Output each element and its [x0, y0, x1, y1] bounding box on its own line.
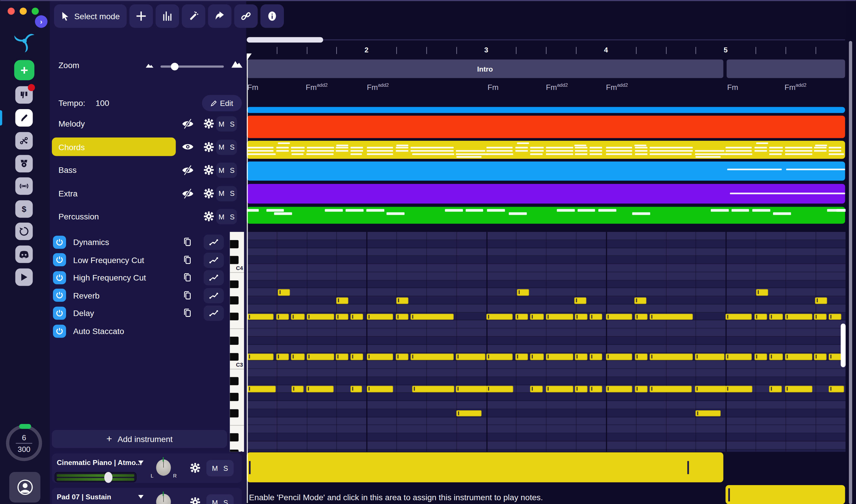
piano-roll-note[interactable]: [247, 354, 274, 360]
piano-roll-note[interactable]: [814, 354, 826, 360]
black-key[interactable]: [230, 296, 239, 304]
piano-roll-note[interactable]: [769, 313, 783, 320]
section-intro[interactable]: Intro: [247, 59, 723, 78]
mute-button[interactable]: M: [219, 190, 224, 198]
black-key[interactable]: [230, 353, 239, 361]
add-instrument-button[interactable]: + Add instrument: [52, 430, 227, 448]
piano-roll-note[interactable]: [590, 386, 602, 392]
levels-button[interactable]: [156, 4, 179, 28]
piano-roll-note[interactable]: [650, 354, 693, 360]
piano-roll-note[interactable]: [726, 354, 752, 360]
solo-button[interactable]: S: [230, 190, 235, 198]
rail-item-pencil[interactable]: [15, 109, 33, 127]
piano-roll-note[interactable]: [650, 386, 692, 392]
piano-roll-note[interactable]: [575, 354, 587, 360]
horizontal-scrollbar-track[interactable]: [323, 39, 845, 40]
black-key[interactable]: [230, 377, 239, 385]
piano-roll-note[interactable]: [695, 354, 724, 360]
tempo-value[interactable]: 100: [95, 98, 109, 108]
track-row-percussion[interactable]: PercussionMS: [52, 204, 244, 228]
piano-roll-note[interactable]: [336, 313, 348, 320]
extra-region[interactable]: [247, 184, 845, 204]
solo-button[interactable]: S: [223, 499, 228, 504]
effect-power-toggle[interactable]: [53, 324, 66, 338]
piano-roll-note[interactable]: [590, 354, 602, 360]
piano-roll-note[interactable]: [650, 313, 693, 320]
track-row-chords[interactable]: ChordsMS: [52, 135, 244, 159]
gear-icon[interactable]: [190, 497, 200, 504]
mute-button[interactable]: M: [212, 464, 218, 472]
effect-power-toggle[interactable]: [53, 253, 66, 266]
piano-roll-note[interactable]: [530, 386, 543, 392]
rail-item-discord[interactable]: [15, 246, 33, 263]
black-key[interactable]: [230, 240, 239, 248]
solo-button[interactable]: S: [230, 166, 235, 174]
rail-item-dollar[interactable]: $: [15, 200, 33, 218]
piano-roll-note[interactable]: [726, 386, 752, 392]
piano-roll-note[interactable]: [396, 354, 408, 360]
piano-roll-note[interactable]: [815, 298, 827, 304]
expand-sidebar-button[interactable]: ›: [35, 15, 48, 28]
piano-roll-note[interactable]: [574, 298, 587, 304]
piano-roll-note[interactable]: [276, 313, 289, 320]
piano-roll-grid[interactable]: [247, 232, 846, 452]
pan-knob[interactable]: [156, 494, 171, 504]
profile-button[interactable]: [9, 472, 40, 503]
volume-slider[interactable]: [55, 472, 137, 483]
rail-item-split-branch[interactable]: [15, 132, 33, 149]
piano-roll-note[interactable]: [696, 410, 721, 417]
piano-roll-note[interactable]: [396, 298, 408, 304]
vertical-scrollbar-thumb[interactable]: [841, 324, 846, 367]
piano-roll-note[interactable]: [456, 386, 488, 392]
black-key[interactable]: [230, 409, 239, 417]
piano-roll-note[interactable]: [456, 354, 485, 360]
rail-item-broadcast[interactable]: [15, 177, 33, 195]
percussion-region[interactable]: [247, 207, 845, 224]
chords-region[interactable]: [247, 141, 845, 159]
black-key[interactable]: [230, 256, 239, 264]
solo-button[interactable]: S: [223, 464, 228, 472]
gear-icon[interactable]: [190, 463, 200, 473]
piano-roll-note[interactable]: [635, 354, 648, 360]
horizontal-scrollbar-thumb[interactable]: [247, 37, 324, 43]
close-window-button[interactable]: [7, 7, 15, 15]
piano-roll-note[interactable]: [754, 313, 767, 320]
piano-roll-note[interactable]: [487, 313, 513, 320]
piano-keyboard[interactable]: C4C3C2: [230, 232, 244, 452]
piano-roll-note[interactable]: [590, 313, 602, 320]
copy-icon[interactable]: [184, 237, 192, 247]
piano-roll-note[interactable]: [546, 386, 573, 392]
eye-off-icon[interactable]: [182, 119, 194, 129]
piano-roll-note[interactable]: [396, 313, 408, 320]
piano-roll-note[interactable]: [367, 354, 393, 360]
piano-roll-note[interactable]: [756, 289, 768, 296]
share-button[interactable]: [208, 4, 232, 28]
piano-roll-note[interactable]: [487, 386, 513, 392]
instrument-region-1[interactable]: [247, 452, 723, 482]
piano-roll-note[interactable]: [828, 354, 841, 360]
instrument-region-2[interactable]: [726, 485, 845, 504]
eye-on-icon[interactable]: [182, 142, 194, 151]
eye-off-icon[interactable]: [182, 165, 194, 175]
piano-roll-note[interactable]: [307, 354, 334, 360]
piano-roll-note[interactable]: [785, 386, 812, 392]
piano-roll-note[interactable]: [828, 313, 841, 320]
rail-item-history[interactable]: [15, 222, 33, 240]
piano-roll-note[interactable]: [278, 289, 290, 296]
effect-automation-button[interactable]: [204, 270, 224, 286]
volume-thumb[interactable]: [104, 472, 112, 483]
effect-power-toggle[interactable]: [53, 271, 66, 284]
effect-automation-button[interactable]: [204, 252, 224, 268]
mute-button[interactable]: M: [219, 212, 224, 220]
piano-roll-note[interactable]: [351, 386, 362, 392]
piano-roll-note[interactable]: [530, 313, 544, 320]
copy-icon[interactable]: [184, 290, 192, 300]
piano-roll-note[interactable]: [546, 313, 573, 320]
solo-button[interactable]: S: [230, 212, 235, 220]
piano-roll-note[interactable]: [726, 313, 752, 320]
info-button[interactable]: [261, 4, 284, 28]
melody-overview-strip[interactable]: [247, 107, 845, 113]
piano-roll-note[interactable]: [546, 354, 573, 360]
window-scrollbar[interactable]: [849, 41, 852, 504]
piano-roll-note[interactable]: [635, 386, 648, 392]
